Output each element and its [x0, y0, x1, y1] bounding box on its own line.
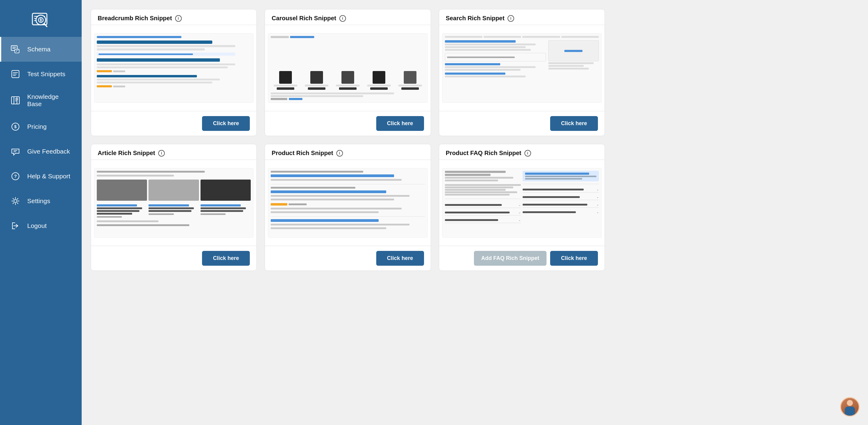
test-snippets-icon	[10, 68, 21, 80]
sidebar-item-schema-label: Schema	[27, 46, 51, 53]
avatar-inner	[841, 398, 859, 416]
breadcrumb-click-here-button[interactable]: Click here	[202, 116, 250, 131]
carousel-card-footer: Click here	[265, 111, 430, 136]
sidebar-item-test-snippets-label: Test Snippets	[27, 70, 65, 78]
article-card-footer: Click here	[91, 246, 256, 270]
sidebar-navigation: Schema Test Snippets Knowledge Base $ Pr…	[0, 37, 82, 238]
search-card-title: Search Rich Snippet	[446, 15, 505, 22]
sidebar: Schema Test Snippets Knowledge Base $ Pr…	[0, 0, 82, 425]
pricing-icon: $	[10, 121, 21, 132]
avatar-person	[844, 400, 856, 416]
breadcrumb-card: Breadcrumb Rich Snippet i	[91, 9, 257, 136]
product-faq-preview: ⌄ ⌄ ⌄ ⌄ ⌄ ⌄ ⌄	[439, 160, 604, 246]
carousel-card: Carousel Rich Snippet i	[265, 9, 431, 136]
sidebar-item-help-support-label: Help & Support	[27, 173, 70, 180]
avatar-body	[845, 406, 855, 416]
sidebar-item-pricing[interactable]: $ Pricing	[0, 114, 82, 139]
sidebar-item-give-feedback-label: Give Feedback	[27, 148, 70, 155]
svg-rect-11	[15, 49, 19, 53]
breadcrumb-card-footer: Click here	[91, 111, 256, 136]
sidebar-item-help-support[interactable]: ? Help & Support	[0, 164, 82, 189]
product-faq-card-footer: Add FAQ Rich Snippet Click here	[439, 246, 604, 270]
article-card: Article Rich Snippet i	[91, 144, 257, 271]
search-card: Search Rich Snippet i	[439, 9, 605, 136]
product-faq-card-header: Product FAQ Rich Snippet i	[439, 144, 604, 160]
sidebar-item-test-snippets[interactable]: Test Snippets	[0, 62, 82, 87]
article-card-title: Article Rich Snippet	[98, 150, 155, 157]
snippet-grid: Breadcrumb Rich Snippet i	[91, 9, 605, 271]
svg-text:?: ?	[14, 173, 17, 178]
product-card-title: Product Rich Snippet	[272, 150, 333, 157]
product-card-header: Product Rich Snippet i	[265, 144, 430, 160]
search-click-here-button[interactable]: Click here	[550, 116, 598, 131]
product-faq-card-title: Product FAQ Rich Snippet	[446, 150, 521, 157]
give-feedback-icon	[10, 146, 21, 157]
avatar-head	[847, 400, 853, 406]
sidebar-item-schema[interactable]: Schema	[0, 37, 82, 62]
carousel-click-here-button[interactable]: Click here	[376, 116, 424, 131]
sidebar-item-settings[interactable]: Settings	[0, 189, 82, 214]
product-preview	[265, 160, 430, 246]
search-preview	[439, 25, 604, 111]
article-click-here-button[interactable]: Click here	[202, 251, 250, 266]
breadcrumb-card-title: Breadcrumb Rich Snippet	[98, 15, 172, 22]
search-card-footer: Click here	[439, 111, 604, 136]
product-info-icon[interactable]: i	[336, 150, 343, 157]
product-click-here-button[interactable]: Click here	[376, 251, 424, 266]
sidebar-item-logout-label: Logout	[27, 222, 46, 229]
sidebar-item-logout[interactable]: Logout	[0, 214, 82, 238]
main-content: Breadcrumb Rich Snippet i	[82, 0, 868, 425]
carousel-card-title: Carousel Rich Snippet	[272, 15, 336, 22]
avatar-bubble[interactable]	[840, 397, 860, 417]
sidebar-item-knowledge-base[interactable]: Knowledge Base	[0, 87, 82, 114]
article-info-icon[interactable]: i	[158, 150, 165, 157]
product-faq-click-here-button[interactable]: Click here	[550, 251, 598, 266]
article-card-header: Article Rich Snippet i	[91, 144, 256, 160]
carousel-preview	[265, 25, 430, 111]
breadcrumb-info-icon[interactable]: i	[175, 15, 182, 22]
search-info-icon[interactable]: i	[507, 15, 514, 22]
sidebar-item-knowledge-base-label: Knowledge Base	[27, 93, 73, 108]
add-faq-button[interactable]: Add FAQ Rich Snippet	[474, 251, 547, 266]
sidebar-item-give-feedback[interactable]: Give Feedback	[0, 139, 82, 164]
breadcrumb-card-header: Breadcrumb Rich Snippet i	[91, 9, 256, 25]
breadcrumb-preview	[91, 25, 256, 111]
carousel-card-header: Carousel Rich Snippet i	[265, 9, 430, 25]
search-card-header: Search Rich Snippet i	[439, 9, 604, 25]
settings-icon	[10, 195, 21, 207]
svg-text:$: $	[14, 124, 17, 129]
knowledge-base-icon	[10, 95, 21, 106]
product-faq-info-icon[interactable]: i	[524, 150, 531, 157]
sidebar-item-settings-label: Settings	[27, 197, 50, 205]
product-card: Product Rich Snippet i	[265, 144, 431, 271]
svg-point-29	[14, 199, 17, 202]
schema-icon	[10, 43, 21, 55]
carousel-info-icon[interactable]: i	[339, 15, 346, 22]
sidebar-item-pricing-label: Pricing	[27, 123, 46, 130]
sidebar-logo	[0, 0, 82, 37]
product-card-footer: Click here	[265, 246, 430, 270]
product-faq-card: Product FAQ Rich Snippet i	[439, 144, 605, 271]
article-preview	[91, 160, 256, 246]
logout-icon	[10, 220, 21, 232]
help-support-icon: ?	[10, 170, 21, 182]
